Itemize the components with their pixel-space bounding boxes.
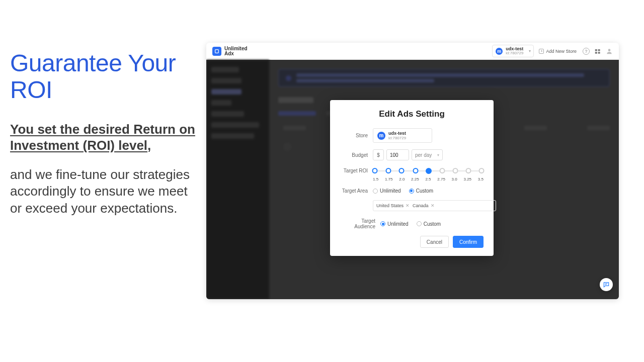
roi-tick-3.0[interactable] — [452, 168, 458, 173]
target-area-custom-radio[interactable]: Custom — [409, 188, 433, 194]
roi-tick-2.25[interactable] — [413, 168, 418, 173]
store-selector[interactable]: m udx-test id:780729 ▾ — [492, 45, 534, 57]
roi-label: 2.25 — [411, 177, 419, 182]
radio-label: Unlimited — [380, 188, 401, 194]
topbar: Unlimited Adx m udx-test id:780729 ▾ + A… — [206, 43, 619, 60]
store-id: id:780729 — [506, 51, 523, 55]
subtitle-underline: You set the desired Return on Investment… — [10, 122, 195, 153]
roi-tick-2.0[interactable] — [399, 168, 405, 173]
confirm-button[interactable]: Confirm — [453, 236, 484, 248]
target-audience-unlimited-radio[interactable]: Unlimited — [380, 221, 409, 227]
budget-period-value: per day — [415, 152, 432, 158]
store-avatar-icon: m — [377, 132, 385, 140]
slide-subtitle: You set the desired Return on Investment… — [10, 121, 196, 154]
label-store: Store — [340, 133, 373, 138]
roi-label: 3.0 — [452, 177, 457, 182]
brand-line2: Adx — [224, 51, 248, 56]
add-store-button[interactable]: + Add New Store — [539, 49, 577, 54]
radio-icon — [373, 189, 378, 194]
chip-text: United States — [376, 203, 404, 208]
subtitle-tail: , — [147, 138, 151, 153]
svg-rect-1 — [595, 49, 597, 51]
label-target-audience: Target Audience — [340, 218, 380, 229]
user-icon[interactable] — [606, 48, 613, 55]
budget-period-select[interactable]: per day ▾ — [412, 149, 443, 160]
radio-icon — [409, 189, 414, 194]
budget-amount-input[interactable]: 100 — [386, 149, 409, 160]
store-avatar-icon: m — [496, 48, 503, 55]
target-audience-custom-radio[interactable]: Custom — [417, 221, 441, 227]
chevron-down-icon: ▾ — [437, 153, 439, 157]
add-store-label: Add New Store — [546, 49, 577, 54]
svg-point-5 — [608, 49, 611, 51]
app-window: Unlimited Adx m udx-test id:780729 ▾ + A… — [206, 43, 619, 299]
modal-title: Edit Ads Setting — [340, 109, 484, 119]
area-chip: United States ✕ — [376, 203, 410, 208]
roi-tick-3.25[interactable] — [466, 168, 471, 173]
edit-ads-modal: Edit Ads Setting Store m udx-test id:780… — [330, 100, 494, 256]
brand: Unlimited Adx — [212, 46, 248, 56]
target-area-unlimited-radio[interactable]: Unlimited — [373, 188, 401, 194]
chip-remove-icon[interactable]: ✕ — [431, 203, 435, 208]
svg-rect-4 — [598, 52, 600, 54]
label-budget: Budget — [340, 152, 373, 158]
brand-mark-icon — [212, 47, 221, 56]
chevron-down-icon: ▾ — [529, 49, 531, 53]
chip-text: Canada — [413, 203, 429, 208]
roi-label: 1.5 — [373, 177, 378, 182]
roi-tick-1.5[interactable] — [372, 168, 378, 173]
svg-rect-3 — [595, 52, 597, 54]
label-target-roi: Target ROI — [340, 167, 373, 173]
radio-label: Unlimited — [387, 221, 409, 227]
radio-icon — [380, 221, 385, 226]
store-field[interactable]: m udx-test id:780729 — [373, 128, 432, 143]
roi-label: 3.25 — [463, 177, 471, 182]
modal-store-name: udx-test — [388, 131, 406, 136]
apps-icon[interactable] — [594, 48, 601, 55]
radio-icon — [417, 221, 422, 226]
workspace: Edit Ads Setting Store m udx-test id:780… — [206, 60, 619, 299]
slide-title: Guarantee Your ROI — [10, 50, 196, 104]
chat-fab[interactable] — [600, 278, 613, 291]
brand-text: Unlimited Adx — [224, 46, 248, 56]
svg-rect-2 — [598, 49, 600, 51]
target-area-chips[interactable]: United States ✕ Canada ✕ — [373, 200, 496, 211]
roi-label: 2.75 — [437, 177, 445, 182]
roi-label: 2.5 — [425, 177, 431, 182]
radio-label: Custom — [416, 188, 433, 194]
slide-body: and we fine-tune our strategies accordin… — [10, 166, 196, 217]
svg-rect-0 — [215, 49, 219, 53]
cancel-button[interactable]: Cancel — [420, 236, 449, 248]
radio-label: Custom — [424, 221, 441, 227]
help-icon[interactable]: ? — [583, 48, 590, 55]
roi-label: 1.75 — [385, 177, 393, 182]
roi-tick-2.75[interactable] — [439, 168, 445, 173]
area-chip: Canada ✕ — [413, 203, 435, 208]
roi-tick-1.75[interactable] — [385, 168, 391, 173]
roi-tick-2.5[interactable] — [426, 168, 432, 174]
roi-label: 2.0 — [399, 177, 405, 182]
roi-label: 3.5 — [478, 177, 484, 182]
modal-store-id: id:780729 — [388, 136, 406, 140]
label-target-area: Target Area — [340, 188, 373, 194]
currency-field[interactable]: $ — [373, 149, 384, 160]
roi-tick-3.5[interactable] — [478, 168, 484, 173]
brand-line1: Unlimited — [224, 46, 248, 51]
roi-slider[interactable]: 1.5 1.75 2.0 2.25 2.5 2.75 3.0 3.25 3.5 — [373, 167, 484, 182]
plus-icon: + — [539, 49, 544, 54]
chip-remove-icon[interactable]: ✕ — [406, 203, 410, 208]
